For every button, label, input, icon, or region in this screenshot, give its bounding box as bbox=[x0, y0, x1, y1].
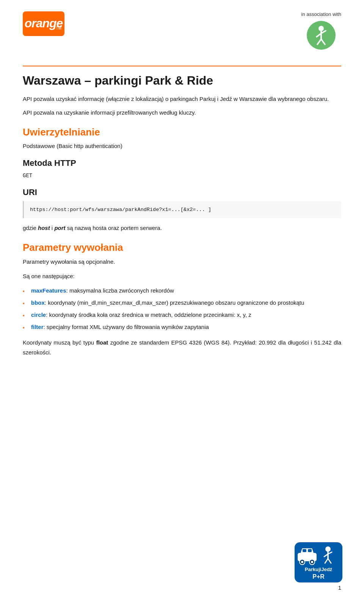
auth-desc: Podstawowe (Basic http authentication) bbox=[23, 142, 341, 151]
param-term-2: circle bbox=[31, 312, 46, 318]
param-sep-0: : bbox=[66, 287, 69, 294]
param-sep-1: : bbox=[45, 299, 48, 306]
param-sep-3: : bbox=[44, 324, 47, 330]
param-desc-0: maksymalna liczba zwróconych rekordów bbox=[69, 287, 174, 294]
svg-rect-9 bbox=[303, 549, 306, 552]
host-desc-prefix: gdzie bbox=[23, 225, 38, 231]
page-number: 1 bbox=[338, 584, 341, 591]
param-term-0: maxFeatures bbox=[31, 287, 66, 294]
list-item: circle: koordynaty środka koła oraz śred… bbox=[23, 310, 341, 320]
svg-point-1 bbox=[318, 26, 324, 31]
host-em1: host bbox=[38, 225, 50, 231]
orange-logo: orange TM bbox=[23, 11, 64, 36]
parkuj-jedz-logo-icon: ParkujiJedź P+R bbox=[294, 541, 343, 583]
params-heading: Parametry wywołania bbox=[23, 242, 341, 253]
orange-tm-label: TM bbox=[56, 26, 61, 30]
association-logo-icon bbox=[306, 20, 336, 50]
intro-paragraph-1: API pozwala uzyskać informację (włącznie… bbox=[23, 94, 341, 104]
svg-point-13 bbox=[301, 561, 303, 563]
list-item: maxFeatures: maksymalna liczba zwróconyc… bbox=[23, 286, 341, 295]
param-desc-1: koordynaty (min_dl,min_szer,max_dl,max_s… bbox=[48, 299, 304, 306]
host-desc-mid: i bbox=[50, 225, 55, 231]
intro-paragraph-2: API pozwala na uzyskanie informacji prze… bbox=[23, 108, 341, 117]
float-bold: float bbox=[96, 339, 108, 346]
host-em2: port bbox=[54, 225, 65, 231]
params-intro: Są one następujące: bbox=[23, 272, 341, 281]
params-desc: Parametry wywołania są opcjonalne. bbox=[23, 257, 341, 266]
host-desc-suffix: są nazwą hosta oraz portem serwera. bbox=[66, 225, 162, 231]
list-item: bbox: koordynaty (min_dl,min_szer,max_dl… bbox=[23, 298, 341, 307]
uri-code-text: https://host:port/wfs/warszawa/parkAndRi… bbox=[30, 207, 211, 212]
svg-point-14 bbox=[311, 561, 313, 563]
param-term-1: bbox bbox=[31, 299, 45, 306]
page-title: Warszawa – parkingi Park & Ride bbox=[23, 73, 341, 88]
page-container: orange TM in association with bbox=[0, 0, 364, 606]
footer-note: Koordynaty muszą być typu float zgodne z… bbox=[23, 338, 341, 357]
method-value: GET bbox=[23, 172, 341, 180]
bottom-logo-container: ParkujiJedź P+R bbox=[294, 541, 343, 583]
list-item: filter: specjalny format XML używany do … bbox=[23, 323, 341, 332]
host-desc: gdzie host i port są nazwą hosta oraz po… bbox=[23, 224, 341, 233]
params-list: maxFeatures: maksymalna liczba zwróconyc… bbox=[23, 286, 341, 332]
param-term-3: filter bbox=[31, 324, 44, 330]
header-divider bbox=[23, 66, 341, 66]
param-desc-3: specjalny format XML używany do filtrowa… bbox=[47, 324, 209, 330]
param-desc-2: koordynaty środka koła oraz średnica w m… bbox=[49, 312, 251, 318]
uri-code-block: https://host:port/wfs/warszawa/parkAndRi… bbox=[23, 201, 341, 219]
svg-text:ParkujiJedź: ParkujiJedź bbox=[305, 567, 333, 572]
header-right: in association with bbox=[301, 11, 342, 50]
auth-heading: Uwierzytelnianie bbox=[23, 126, 341, 138]
svg-point-15 bbox=[325, 546, 331, 552]
svg-text:P+R: P+R bbox=[312, 573, 325, 580]
association-text: in association with bbox=[301, 11, 342, 17]
param-sep-2: : bbox=[46, 312, 49, 318]
svg-rect-10 bbox=[308, 549, 312, 552]
uri-heading: URI bbox=[23, 187, 341, 197]
method-heading: Metoda HTTP bbox=[23, 158, 341, 168]
header: orange TM in association with bbox=[23, 11, 341, 54]
